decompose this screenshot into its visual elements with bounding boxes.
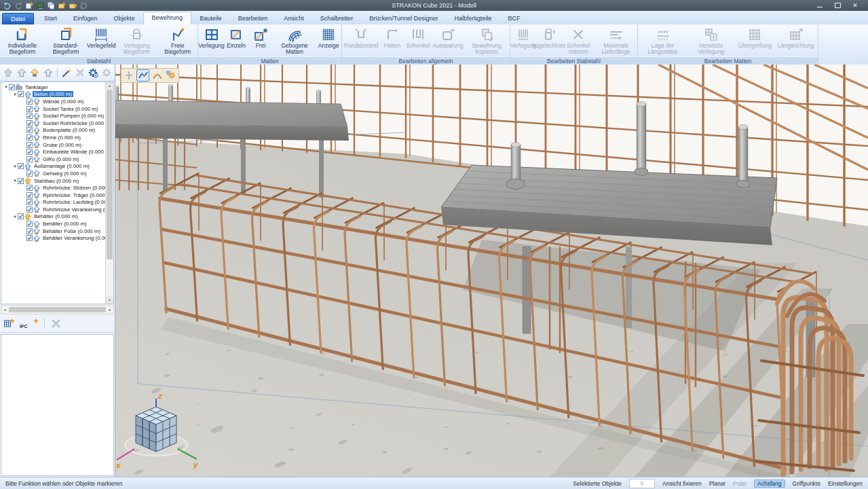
tree-node-label[interactable]: Außenanlage (0.000 m) [33, 163, 91, 169]
tab-halbfertigteile[interactable]: Halbfertigteile [447, 13, 500, 24]
tab-bcf[interactable]: BCF [500, 13, 529, 24]
expander-icon[interactable]: ▼ [12, 92, 18, 96]
tree-node-label[interactable]: Gehweg (0.000 m) [41, 170, 88, 177]
ribbon-button-mesh-placement[interactable]: Verlegung [199, 26, 224, 50]
ribbon-button-individual-bendform[interactable]: Individuelle Biegeform [1, 26, 44, 56]
tab-einf-gen[interactable]: Einfügen [65, 13, 106, 24]
tree-row-grube-0-000-m[interactable]: Grube (0.000 m) [1, 141, 105, 149]
tab-ansicht[interactable]: Ansicht [276, 13, 312, 24]
tree-row-w-nde-0-000-m[interactable]: Wände (0.000 m) [1, 98, 105, 105]
tree-row-gehweg-0-000-m[interactable]: Gehweg (0.000 m) [1, 170, 105, 177]
checkbox-checked-icon[interactable] [18, 213, 24, 219]
tree-row-giro-0-000-m[interactable]: GiRo (0.000 m) [1, 156, 105, 163]
tab-bearbeiten[interactable]: Bearbeiten [230, 13, 276, 24]
polyline-tool-button[interactable] [136, 69, 149, 82]
tree-row-beton-0-000-m[interactable]: ▼Beton (0.000 m) [1, 91, 105, 98]
tree-node-label[interactable]: Rphrbrücke: Träger (0.000 m) [41, 192, 105, 198]
checkbox-checked-icon[interactable] [26, 206, 33, 213]
checkbox-checked-icon[interactable] [26, 228, 33, 234]
scroll-right-arrow[interactable]: ► [107, 308, 113, 312]
checkbox-checked-icon[interactable] [26, 106, 33, 112]
checkbox-checked-icon[interactable] [26, 185, 33, 191]
tree-vertical-scrollbar[interactable]: ▲ ▼ [105, 82, 113, 304]
tab-start[interactable]: Start [36, 13, 65, 24]
tree-row-sockel-pumpen-0-000-m[interactable]: Sockel Pumpen (0.000 m) [1, 112, 105, 120]
scroll-thumb[interactable] [107, 90, 113, 259]
ribbon-button-placement-field[interactable]: Verlegefeld [88, 26, 115, 50]
tree-node-label[interactable]: Sockel Rohrbrücke (0.000 m) [41, 120, 105, 126]
tree-row-einbauteile-w-nde-0-000-m[interactable]: Einbauteile Wände (0.000 m) [1, 148, 105, 156]
tab-schalbretter[interactable]: Schalbretter [312, 13, 362, 24]
status-toggle-planar[interactable]: Planar [709, 480, 726, 487]
tree-node-label[interactable]: Sockel Pumpen (0.000 m) [41, 113, 105, 119]
tree-row-au-enanlage-0-000-m[interactable]: ▼Außenanlage (0.000 m) [1, 163, 105, 170]
tree-row-rohrbr-cke-st-tzen-0-000-m[interactable]: Rohrbrücke: Stützen (0.000 m) [1, 184, 105, 192]
checkbox-checked-icon[interactable] [26, 149, 33, 155]
tree-node-label[interactable]: Behälter (0.000 m) [33, 213, 79, 219]
ribbon-button-single-mesh[interactable]: Einzeln [224, 26, 248, 50]
tree-node-label[interactable]: Behälter Füße (0.000 m) [41, 228, 102, 234]
tab-bauteile[interactable]: Bauteile [191, 13, 230, 24]
tree-row-beh-lter-0-000-m[interactable]: Behälter (0.000 m) [1, 220, 105, 228]
tab-bewehrung[interactable]: Bewehrung [143, 12, 192, 24]
tree-node-label[interactable]: Behälter Verankerung (0.000 m) [41, 235, 105, 241]
tree-node-label[interactable]: Rohrbrücke: Laufsteg (0.000 m) [41, 199, 105, 205]
status-toggle-polar[interactable]: Polar [733, 480, 747, 487]
expander-icon[interactable]: ▼ [12, 215, 18, 219]
checkbox-checked-icon[interactable] [9, 84, 15, 90]
view-settings-button[interactable] [87, 67, 99, 79]
tree-node-label[interactable]: Tanklager [24, 84, 50, 90]
tree-node-label[interactable]: Sockel Tanks (0.000 m) [41, 106, 99, 112]
model-home-button[interactable] [29, 67, 41, 79]
scroll-up-arrow[interactable]: ▲ [106, 82, 113, 89]
close-button[interactable]: ✕ [846, 1, 864, 10]
scroll-down-arrow[interactable]: ▼ [106, 297, 113, 304]
arc-tool-button[interactable] [151, 69, 164, 82]
checkbox-checked-icon[interactable] [26, 170, 33, 177]
ribbon-button-standard-bendform[interactable]: Standard-Biegeform [44, 26, 88, 56]
minimize-button[interactable] [811, 1, 829, 10]
tree-row-rinne-0-000-m[interactable]: Rinne (0.000 m) [1, 134, 105, 141]
tree-row-beh-lter-verankerung-0-000-m[interactable]: Behälter Verankerung (0.000 m) [1, 234, 105, 242]
undo-button[interactable] [3, 1, 12, 10]
tree-row-rohrbr-cke-laufsteg-0-000-m[interactable]: Rohrbrücke: Laufsteg (0.000 m) [1, 199, 105, 206]
export-model-button[interactable] [68, 1, 77, 10]
tree-node-label[interactable]: Einbauteile Wände (0.000 m) [41, 149, 105, 155]
checkbox-checked-icon[interactable] [26, 98, 33, 105]
checkbox-checked-icon[interactable] [26, 127, 33, 133]
tree-row-sockel-rohrbr-cke-0-000-m[interactable]: Sockel Rohrbrücke (0.000 m) [1, 120, 105, 127]
tree-row-beh-lter-f-e-0-000-m[interactable]: Behälter Füße (0.000 m) [1, 228, 105, 235]
tree-row-rphrbr-cke-tr-ger-0-000-m[interactable]: Rphrbrücke: Träger (0.000 m) [1, 192, 105, 199]
expander-icon[interactable]: ▼ [12, 164, 18, 168]
tree-row-bodenplatte-0-000-m[interactable]: Bodenplatte (0.000 m) [1, 127, 105, 134]
ribbon-button-mesh-display[interactable]: Anzeige [316, 26, 341, 50]
tree-node-label[interactable]: Wände (0.000 m) [41, 98, 85, 105]
tree-node-label[interactable]: Rohrbrücke Verankerung (0.000 m) [41, 206, 105, 213]
ribbon-button-bent-mesh[interactable]: Gebogene Matten [273, 26, 316, 56]
viewport-3d[interactable]: zxy [115, 65, 868, 477]
model-forward-button[interactable] [42, 67, 54, 79]
scroll-thumb[interactable] [9, 307, 106, 312]
checkbox-checked-icon[interactable] [26, 134, 33, 141]
ifc-import-button[interactable]: IFC [19, 318, 38, 329]
restore-button[interactable] [829, 1, 846, 10]
ribbon-button-free-mesh[interactable]: Frei [248, 26, 273, 50]
checkbox-checked-icon[interactable] [26, 192, 33, 198]
checkbox-checked-icon[interactable] [26, 156, 33, 162]
tree-node-label[interactable]: Beton (0.000 m) [33, 91, 73, 97]
checkbox-checked-icon[interactable] [26, 235, 33, 241]
ribbon-button-free-bendform[interactable]: Freie Biegeform [158, 26, 197, 56]
checkbox-checked-icon[interactable] [18, 178, 24, 184]
tree-node-label[interactable]: Stahlbau (0.000 m) [33, 178, 80, 184]
tree-row-sockel-tanks-0-000-m[interactable]: Sockel Tanks (0.000 m) [1, 105, 105, 113]
tree-row-stahlbau-0-000-m[interactable]: ▼Stahlbau (0.000 m) [1, 177, 105, 185]
tree-node-label[interactable]: Grube (0.000 m) [41, 142, 83, 148]
copy-button[interactable] [46, 1, 55, 10]
model-up-button[interactable] [16, 67, 28, 79]
checkbox-checked-icon[interactable] [26, 221, 33, 227]
tree-node-label[interactable]: Behälter (0.000 m) [41, 221, 88, 227]
checkbox-checked-icon[interactable] [26, 142, 33, 148]
screen-settings-button[interactable] [35, 1, 44, 10]
expander-icon[interactable]: ▼ [12, 179, 18, 183]
tree-node-label[interactable]: Rohrbrücke: Stützen (0.000 m) [41, 185, 105, 191]
